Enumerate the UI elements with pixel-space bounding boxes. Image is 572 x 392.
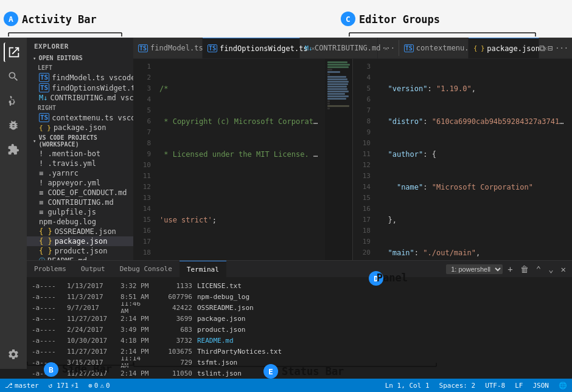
mention-bot-label: ! .mention-bot	[39, 150, 100, 158]
workspace-chevron: ▾	[33, 138, 36, 144]
ws-appveyor[interactable]: ! appveyor.yml	[27, 178, 133, 188]
terminal-row-9: -a---- 11/27/2017 2:14 PM 11050 tslint.j…	[32, 368, 567, 379]
open-editor-findmodel[interactable]: TS findModel.ts vscode/src/vs/...	[27, 72, 133, 83]
activity-icon-explorer[interactable]	[4, 43, 23, 62]
ts-icon-contextmenu: TS	[39, 113, 49, 122]
terminal-row-8: -a---- 3/15/2017 11:14 AM 729 tsfmt.json	[32, 357, 567, 368]
panel-trash-btn[interactable]: 🗑	[518, 263, 531, 275]
panel-tabs: Problems Output Debug Console Terminal 1…	[27, 261, 572, 278]
ws-mention-bot[interactable]: ! .mention-bot	[27, 149, 133, 159]
tab-contextmenu[interactable]: TS contextmenu.ts	[399, 38, 469, 58]
open-editor-findoptions[interactable]: TS findOptionsWidget.ts vsco...	[27, 83, 133, 93]
json-icon-product: { }	[39, 247, 52, 255]
workspace-group[interactable]: ▾ VS Code Projects (Workspace)	[27, 132, 133, 149]
open-editor-contributing[interactable]: M↓ CONTRIBUTING.md vscode	[27, 93, 133, 103]
status-spaces[interactable]: Spaces: 2	[434, 379, 481, 392]
terminal-row-5: -a---- 2/24/2017 3:49 PM 683 product.jso…	[32, 324, 567, 335]
status-sync[interactable]: ↺ 171 ⚡1	[44, 379, 83, 392]
panel-tab-problems[interactable]: Problems	[27, 261, 74, 277]
tab-packagejson[interactable]: { } package.json ✕	[469, 38, 539, 58]
tab-findoptions-label: findOptionsWidget.ts	[220, 44, 308, 53]
panel-close-btn[interactable]: ✕	[559, 263, 568, 275]
contributing-name: CONTRIBUTING.md vscode	[50, 94, 133, 102]
ws-contributing[interactable]: ≡ CONTRIBUTING.md	[27, 198, 133, 207]
line-ending-label: LF	[515, 382, 523, 390]
npmdebug-label: npm-debug.log	[39, 218, 96, 226]
ws-ossreadme[interactable]: { } OSSREADME.json	[27, 227, 133, 236]
tab-packagejson-close[interactable]: ✕	[542, 44, 548, 53]
open-editors-group[interactable]: ▾ Open Editors	[27, 53, 133, 63]
gulpfile-label: ≡ gulpfile.js	[39, 208, 96, 216]
activity-icon-extensions[interactable]	[4, 140, 23, 159]
open-editors-label: Open Editors	[38, 55, 82, 61]
panel-expand-btn[interactable]: ⌄	[546, 263, 556, 275]
panel-tab-terminal[interactable]: Terminal	[180, 261, 226, 277]
tab-packagejson-label: package.json	[487, 44, 540, 53]
terminal-row-3: -a---- 9/7/2017 11:46 AM 42422 OSSREADME…	[32, 302, 567, 313]
annotation-a-label: Activity Bar	[22, 13, 97, 26]
tab-contributing[interactable]: M↓ CONTRIBUTING.md ✕	[300, 38, 378, 58]
terminal-row-6: -a---- 10/30/2017 4:18 PM 3732 README.md	[32, 335, 567, 346]
status-encoding[interactable]: UTF-8	[480, 379, 510, 392]
branch-icon: ⎇	[5, 382, 13, 390]
status-globe[interactable]: 🌐	[554, 379, 572, 392]
right-group-label: Right	[27, 103, 133, 112]
activity-icon-debug[interactable]	[4, 115, 23, 135]
more-actions-btn[interactable]: ···	[555, 44, 568, 52]
activity-icon-search[interactable]	[4, 67, 23, 86]
status-branch[interactable]: ⎇ master	[0, 379, 44, 392]
activity-icon-git[interactable]	[4, 91, 23, 111]
sidebar-header: Explorer	[27, 38, 133, 53]
ws-contributing-label: ≡ CONTRIBUTING.md	[39, 198, 114, 207]
error-icon: ⊗	[88, 382, 92, 390]
ts-icon-findmodel: TS	[39, 73, 49, 82]
panel-area: Problems Output Debug Console Terminal 1…	[27, 260, 572, 379]
panel-tab-output[interactable]: Output	[74, 261, 113, 277]
ln-col-label: Ln 1, Col 1	[385, 382, 430, 390]
terminal-select[interactable]: 1: powershell	[446, 264, 503, 274]
activity-icon-settings[interactable]	[4, 345, 23, 364]
toggle-panel-btn[interactable]: ⊟	[548, 43, 553, 53]
panel-actions: 1: powershell + 🗑 ⌃ ⌄ ✕	[442, 261, 572, 277]
warning-count: 0	[106, 382, 110, 390]
tab-contributing-close[interactable]: ✕	[383, 44, 389, 53]
status-lang[interactable]: JSON	[528, 379, 554, 392]
ws-packagejson[interactable]: { } package.json	[27, 236, 133, 246]
workspace-label: VS Code Projects (Workspace)	[38, 134, 128, 148]
status-ln-col[interactable]: Ln 1, Col 1	[380, 379, 434, 392]
ws-productjson[interactable]: { } product.json	[27, 246, 133, 256]
panel-add-btn[interactable]: +	[505, 263, 515, 275]
ws-travis[interactable]: ! .travis.yml	[27, 159, 133, 168]
ossreadme-label: OSSREADME.json	[55, 227, 116, 236]
status-line-ending[interactable]: LF	[510, 379, 528, 392]
ws-codeofconduct[interactable]: ≡ CODE_OF_CONDUCT.md	[27, 188, 133, 198]
annotation-a-circle: A	[4, 12, 18, 26]
terminal-content[interactable]: -a---- 1/13/2017 3:32 PM 1133 LICENSE.tx…	[27, 278, 572, 379]
json-icon-tab-package: { }	[473, 45, 484, 52]
findmodel-name: findModel.ts vscode/src/vs/...	[52, 74, 133, 82]
panel-tab-debugconsole[interactable]: Debug Console	[113, 261, 180, 277]
open-editor-contextmenu[interactable]: TS contextmenu.ts vscode/src/...	[27, 112, 133, 123]
left-tab-bar: TS findModel.ts ✕ TS findOptionsWidget.t…	[133, 38, 572, 59]
annotation-c-circle: C	[341, 12, 355, 26]
ws-gulpfile[interactable]: ≡ gulpfile.js	[27, 207, 133, 217]
error-count: 0	[94, 382, 99, 390]
tab-findoptionswidget[interactable]: TS findOptionsWidget.ts ✕	[203, 38, 300, 58]
status-right: Ln 1, Col 1 Spaces: 2 UTF-8 LF JSON 🌐	[380, 379, 572, 392]
tab-findmodel[interactable]: TS findModel.ts ✕	[133, 38, 203, 58]
sync-warning: ⚡1	[71, 382, 78, 390]
ws-npmdebug[interactable]: npm-debug.log	[27, 217, 133, 227]
terminal-row-7: -a---- 11/27/2017 2:14 PM 103675 ThirdPa…	[32, 346, 567, 357]
warning-icon: ⚠	[100, 382, 104, 390]
codeofconduct-label: ≡ CODE_OF_CONDUCT.md	[39, 188, 127, 197]
json-icon-ossreadme: { }	[39, 227, 52, 236]
productjson-label: product.json	[55, 247, 108, 255]
status-errors[interactable]: ⊗ 0 ⚠ 0	[83, 379, 115, 392]
packagejson-name: package.json	[54, 123, 106, 132]
tab-findmodel-label: findModel.ts	[150, 44, 203, 52]
ws-yarnrc[interactable]: ≡ .yarnrc	[27, 168, 133, 178]
panel-collapse-btn[interactable]: ⌃	[534, 263, 543, 275]
open-editor-packagejson[interactable]: { } package.json	[27, 123, 133, 132]
terminal-row-2: -a---- 11/3/2017 8:51 AM 607796 npm-debu…	[32, 291, 567, 302]
contextmenu-name: contextmenu.ts vscode/src/...	[52, 114, 133, 122]
